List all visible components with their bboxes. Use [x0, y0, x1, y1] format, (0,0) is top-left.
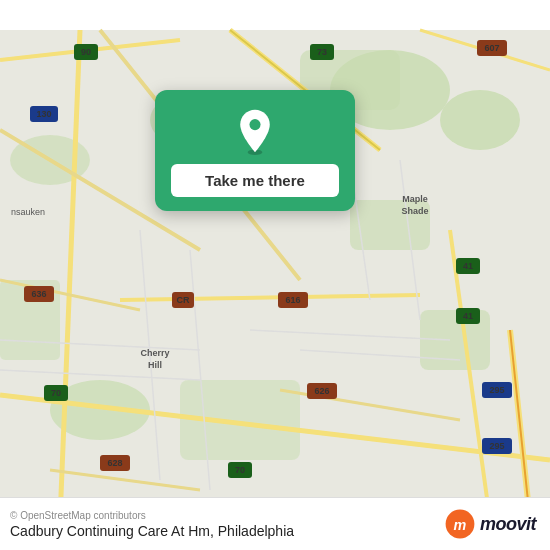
svg-text:626: 626 [314, 386, 329, 396]
svg-text:90: 90 [81, 47, 91, 57]
svg-text:41: 41 [463, 311, 473, 321]
svg-text:nsauken: nsauken [11, 207, 45, 217]
svg-text:607: 607 [484, 43, 499, 53]
svg-text:636: 636 [31, 289, 46, 299]
svg-point-2 [440, 90, 520, 150]
location-pin-icon [231, 108, 279, 156]
bottom-bar: © OpenStreetMap contributors Cadbury Con… [0, 497, 550, 550]
popup-card: Take me there [155, 90, 355, 211]
svg-text:130: 130 [36, 109, 51, 119]
svg-text:70: 70 [235, 465, 245, 475]
copyright-text: © OpenStreetMap contributors [10, 510, 294, 521]
map-container: 90 130 73 607 636 616 41 41 70 626 628 7… [0, 0, 550, 550]
svg-text:m: m [454, 517, 467, 533]
map-svg: 90 130 73 607 636 616 41 41 70 626 628 7… [0, 0, 550, 550]
svg-text:295: 295 [489, 385, 504, 395]
svg-text:616: 616 [285, 295, 300, 305]
svg-text:41: 41 [463, 261, 473, 271]
take-me-there-button[interactable]: Take me there [171, 164, 339, 197]
moovit-logo-icon: m [444, 508, 476, 540]
svg-text:Hill: Hill [148, 360, 162, 370]
svg-text:Maple: Maple [402, 194, 428, 204]
svg-point-71 [249, 119, 260, 130]
moovit-brand-text: moovit [480, 514, 536, 535]
svg-text:Cherry: Cherry [140, 348, 169, 358]
svg-text:70: 70 [51, 388, 61, 398]
svg-text:73: 73 [317, 47, 327, 57]
moovit-logo: m moovit [444, 508, 536, 540]
svg-text:628: 628 [107, 458, 122, 468]
svg-text:CR: CR [177, 295, 190, 305]
svg-text:Shade: Shade [401, 206, 428, 216]
svg-text:295: 295 [489, 441, 504, 451]
bottom-info: © OpenStreetMap contributors Cadbury Con… [10, 510, 294, 539]
location-name: Cadbury Continuing Care At Hm, Philadelp… [10, 523, 294, 539]
